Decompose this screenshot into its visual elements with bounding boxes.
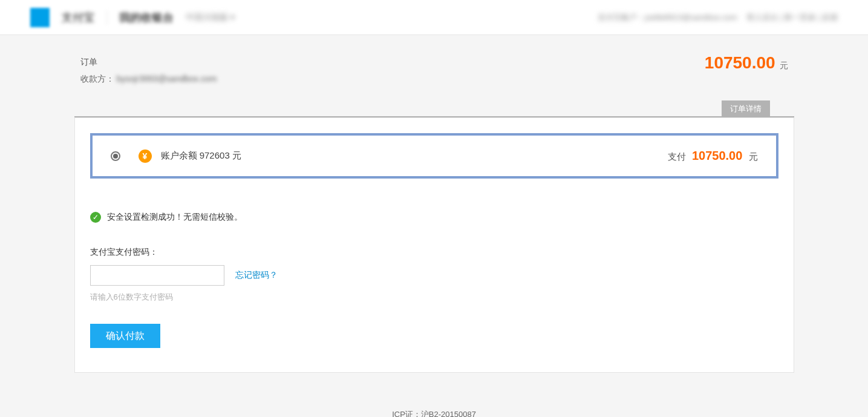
header-nav-links[interactable]: 登入后台 | 第一页谈 | 反馈 xyxy=(746,12,838,23)
order-title: 订单 xyxy=(80,53,217,70)
order-detail-tab[interactable]: 订单详情 xyxy=(722,100,770,117)
payment-password-input[interactable] xyxy=(90,265,224,286)
alipay-logo-icon xyxy=(30,8,50,27)
radio-selected-icon[interactable] xyxy=(111,151,120,161)
password-hint: 请输入6位数字支付密码 xyxy=(90,292,778,303)
confirm-payment-button[interactable]: 确认付款 xyxy=(90,324,160,348)
site-title: 我的收银台 xyxy=(106,10,174,25)
yuan-currency-icon: ¥ xyxy=(139,149,152,163)
payee-label: 收款方： xyxy=(80,74,114,84)
total-amount: 10750.00 xyxy=(705,53,775,72)
account-label: 支付宝账户：joellie6913@sandbox.com xyxy=(598,12,737,23)
pay-unit: 元 xyxy=(749,151,758,162)
pay-label: 支付 xyxy=(668,151,686,162)
balance-label: 账户余额 xyxy=(161,150,197,160)
top-header: 支付宝 我的收银台 中国大陆版 ▾ 支付宝账户：joellie6913@sand… xyxy=(0,0,868,35)
footer-icp: ICP证：沪B2-20150087 xyxy=(0,391,868,417)
security-text: 安全设置检测成功！无需短信校验。 xyxy=(107,212,243,223)
total-currency-unit: 元 xyxy=(780,61,788,70)
forgot-password-link[interactable]: 忘记密码？ xyxy=(235,270,278,281)
payment-card: ¥ 账户余额 972603 元 支付 10750.00 元 ✓ 安全设置检测成功… xyxy=(74,117,794,373)
password-label: 支付宝支付密码： xyxy=(90,247,778,258)
balance-amount: 972603 xyxy=(200,150,230,160)
pay-amount: 10750.00 xyxy=(692,149,742,162)
security-status: ✓ 安全设置检测成功！无需短信校验。 xyxy=(90,212,778,223)
order-summary: 订单 收款方： bysojr3993@sandbox.com 10750.00 … xyxy=(74,35,794,99)
balance-unit: 元 xyxy=(232,150,241,160)
logo-text: 支付宝 xyxy=(62,10,94,25)
region-dropdown[interactable]: 中国大陆版 ▾ xyxy=(186,12,235,23)
payee-email: bysojr3993@sandbox.com xyxy=(116,74,217,84)
balance-payment-option[interactable]: ¥ 账户余额 972603 元 支付 10750.00 元 xyxy=(90,133,778,179)
check-circle-icon: ✓ xyxy=(90,212,101,223)
